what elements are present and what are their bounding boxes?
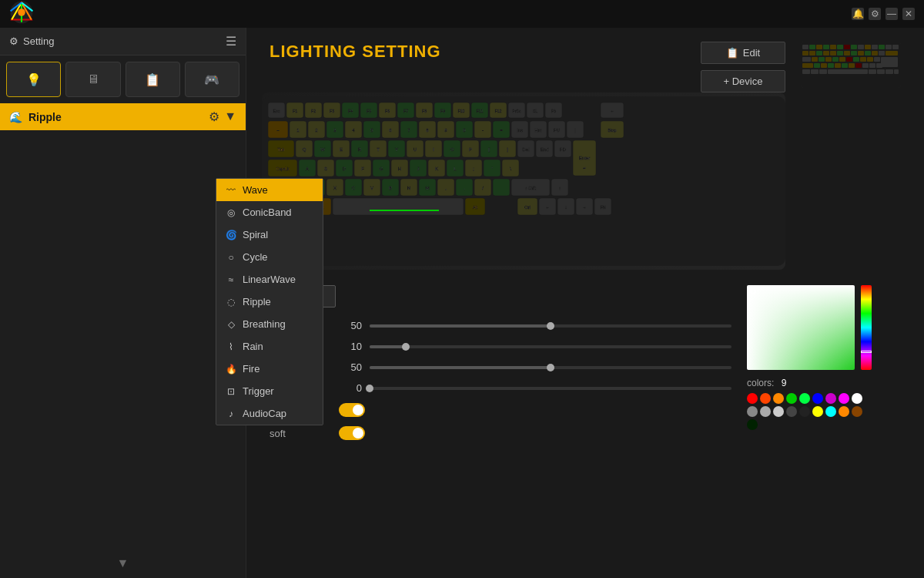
device-button[interactable]: + Device [701, 70, 785, 92]
swatch-lime[interactable] [799, 393, 810, 404]
dropdown-item-ripple[interactable]: ◌ Ripple [216, 291, 323, 313]
tab-display[interactable]: 🖥 [65, 62, 120, 97]
speed-slider[interactable] [370, 345, 732, 348]
swatch-dark-green[interactable] [747, 419, 758, 430]
close-button[interactable]: ✕ [902, 8, 915, 20]
settings-button[interactable]: ⚙ [869, 8, 881, 20]
svg-rect-19 [816, 51, 822, 55]
bandwidth-control: Bandwidth 50 [270, 361, 732, 373]
edit-button[interactable]: 📋 Edit [701, 42, 785, 64]
dropdown-item-trigger[interactable]: ⊡ Trigger [216, 380, 323, 402]
swatch-gray3[interactable] [773, 406, 784, 417]
svg-rect-17 [802, 51, 808, 55]
dropdown-item-conicband[interactable]: ◎ ConicBand [216, 201, 323, 223]
tab-profile[interactable]: 📋 [126, 62, 180, 97]
svg-rect-36 [846, 57, 852, 62]
minimize-button[interactable]: — [886, 8, 898, 20]
soft-toggle[interactable] [339, 426, 365, 440]
dropdown-item-audiocap[interactable]: ♪ AudioCap [216, 402, 323, 425]
dropdown-label-breathing: Breathing [243, 318, 286, 330]
swatch-dark1[interactable] [786, 406, 797, 417]
swatch-gray2[interactable] [760, 406, 771, 417]
svg-text:E: E [340, 147, 343, 152]
svg-text:F3: F3 [330, 109, 334, 113]
gap-slider[interactable] [370, 387, 732, 390]
color-gradient-picker[interactable] [747, 285, 855, 370]
gap-value: 0 [339, 382, 362, 394]
svg-text:X: X [333, 186, 336, 190]
dropdown-item-fire[interactable]: 🔥 Fire [216, 358, 323, 380]
effect-dropdown-icon[interactable]: ▼ [224, 109, 236, 124]
dropdown-item-wave[interactable]: 〰 Wave [216, 179, 323, 201]
svg-text:↑: ↑ [559, 186, 561, 190]
swatch-gray1[interactable] [747, 406, 758, 417]
svg-text:C: C [352, 186, 356, 190]
effect-settings-icon[interactable]: ⚙ [209, 109, 219, 124]
effect-name-label: Ripple [28, 111, 203, 123]
swatch-orange-red[interactable] [760, 393, 771, 404]
dropdown-item-breathing[interactable]: ◇ Breathing [216, 313, 323, 335]
swatch-blue[interactable] [812, 393, 823, 404]
svg-text:K: K [435, 166, 438, 171]
color-cursor [750, 288, 756, 294]
color-spectrum-slider[interactable] [861, 285, 872, 370]
swatch-magenta[interactable] [839, 393, 849, 404]
svg-text:↓: ↓ [565, 205, 567, 210]
device-label: + Device [724, 76, 763, 87]
active-effect-row[interactable]: 🌊 Ripple ⚙ ▼ [0, 103, 246, 130]
svg-text:↑ Shift: ↑ Shift [525, 186, 537, 190]
content-header: LIGHTING SETTING 📋 Edit + Device [246, 28, 924, 100]
effect-dropdown-menu: 〰 Wave ◎ ConicBand 🌀 Spiral ○ Cycle ≈ Li… [216, 178, 323, 425]
notification-button[interactable]: 🔔 [852, 8, 864, 20]
svg-rect-39 [867, 57, 873, 62]
keyboard-preview: Esc F1 F2 F3 F4 F5 F6 F7 F8 F9 F10 F11 F… [262, 92, 785, 270]
dropdown-item-cycle[interactable]: ○ Cycle [216, 246, 323, 268]
main-content: LIGHTING SETTING 📋 Edit + Device [246, 28, 924, 578]
svg-rect-9 [844, 45, 850, 49]
svg-rect-31 [812, 57, 818, 62]
svg-text:T: T [377, 147, 380, 152]
svg-rect-11 [858, 45, 864, 49]
bandwidth-slider[interactable] [370, 366, 732, 369]
swatch-orange[interactable] [773, 393, 784, 404]
svg-text:~: ~ [276, 128, 280, 133]
swatch-white[interactable] [852, 393, 862, 404]
soft-label: soft [270, 428, 331, 439]
gradient-toggle[interactable] [339, 403, 365, 417]
swatch-dark2[interactable] [799, 406, 810, 417]
dropdown-label-wave: Wave [243, 184, 268, 196]
svg-rect-7 [830, 45, 836, 49]
dropdown-item-spiral[interactable]: 🌀 Spiral [216, 223, 323, 246]
dropdown-label-linearwave: LinearWave [243, 274, 296, 285]
svg-rect-5 [816, 45, 822, 49]
dropdown-item-linearwave[interactable]: ≈ LinearWave [216, 268, 323, 291]
svg-text:U: U [413, 147, 417, 152]
swatch-purple[interactable] [825, 393, 836, 404]
swatch-red[interactable] [747, 393, 758, 404]
swatch-green[interactable] [786, 393, 797, 404]
svg-text:Tab: Tab [277, 147, 285, 152]
svg-text:R: R [358, 147, 362, 152]
svg-rect-40 [874, 57, 880, 62]
swatch-brown[interactable] [852, 406, 862, 417]
swatch-cyan[interactable] [825, 406, 836, 417]
svg-rect-59 [886, 69, 893, 74]
svg-rect-46 [835, 63, 841, 68]
swatch-yellow[interactable] [812, 406, 823, 417]
svg-rect-12 [865, 45, 871, 49]
dropdown-item-rain[interactable]: ⌇ Rain [216, 335, 323, 358]
svg-rect-51 [869, 63, 875, 68]
svg-text:Q: Q [303, 147, 306, 152]
color-picker-area [747, 285, 901, 370]
tab-lighting[interactable]: 💡 [6, 62, 61, 97]
svg-text:↵: ↵ [583, 166, 586, 170]
opacity-slider[interactable] [370, 324, 732, 328]
svg-text:O: O [450, 147, 454, 152]
tab-macro[interactable]: 🎮 [185, 62, 239, 97]
svg-rect-27 [872, 51, 878, 55]
svg-rect-23 [844, 51, 850, 55]
svg-text:W: W [320, 147, 325, 152]
hamburger-menu-button[interactable]: ☰ [226, 34, 236, 49]
swatch-amber[interactable] [839, 406, 849, 417]
app-logo [9, 0, 34, 28]
